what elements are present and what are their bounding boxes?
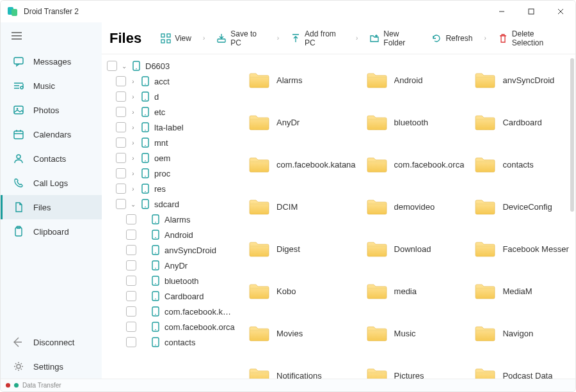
folder-item[interactable]: Notifications xyxy=(244,355,360,379)
checkbox[interactable] xyxy=(126,260,136,270)
checkbox[interactable] xyxy=(116,137,126,148)
sidebar-item-settings[interactable]: Settings xyxy=(1,354,102,379)
view-button[interactable]: View xyxy=(156,29,196,47)
expand-icon[interactable]: › xyxy=(130,124,136,131)
expand-icon[interactable]: › xyxy=(130,109,136,116)
folder-item[interactable]: com.facebook.katana xyxy=(244,144,360,185)
checkbox[interactable] xyxy=(126,322,136,332)
tree-row[interactable]: com.facebook.katana xyxy=(106,304,237,319)
hamburger-button[interactable] xyxy=(1,26,102,49)
checkbox[interactable] xyxy=(126,337,136,347)
expand-icon[interactable]: › xyxy=(130,139,136,146)
folder-item[interactable]: anvSyncDroid xyxy=(470,59,573,100)
tree-row[interactable]: anvSyncDroid xyxy=(106,242,237,258)
new-folder-button[interactable]: New Folder xyxy=(364,26,424,51)
tree-row[interactable]: bluetooth xyxy=(106,273,237,288)
tree-row[interactable]: ›mnt xyxy=(106,135,237,150)
checkbox[interactable] xyxy=(116,184,126,194)
sidebar-item-disconnect[interactable]: Disconnect xyxy=(1,330,102,354)
tree-row[interactable]: ›proc xyxy=(106,166,237,181)
folder-label: Digest xyxy=(276,244,300,254)
tree-row[interactable]: ›etc xyxy=(106,104,237,120)
checkbox[interactable] xyxy=(116,153,126,163)
tree-row[interactable]: ⌄D6603 xyxy=(106,58,237,74)
checkbox[interactable] xyxy=(107,61,117,71)
tree-row[interactable]: ⌄sdcard xyxy=(106,196,237,212)
sidebar-item-contacts[interactable]: Contacts xyxy=(1,146,102,171)
sidebar-item-messages[interactable]: Messages xyxy=(1,49,102,74)
svg-rect-28 xyxy=(218,39,225,42)
tree-row[interactable]: ›d xyxy=(106,89,237,104)
sidebar-item-calendars[interactable]: Calendars xyxy=(1,122,102,146)
expand-icon[interactable]: › xyxy=(130,185,136,192)
refresh-button[interactable]: Refresh xyxy=(426,29,477,47)
sidebar-item-call-logs[interactable]: Call Logs xyxy=(1,171,102,195)
tree-row[interactable]: AnyDr xyxy=(106,258,237,273)
folder-item[interactable]: Android xyxy=(362,59,468,100)
checkbox[interactable] xyxy=(116,122,126,132)
folder-item[interactable]: Kobo xyxy=(244,270,360,311)
window-maximize-button[interactable] xyxy=(516,1,546,22)
expand-icon[interactable]: › xyxy=(130,78,136,85)
folder-item[interactable]: contacts xyxy=(470,144,573,185)
tree-row[interactable]: Android xyxy=(106,227,237,242)
folder-item[interactable]: Movies xyxy=(244,313,360,354)
checkbox[interactable] xyxy=(126,245,136,255)
folder-item[interactable]: demovideo xyxy=(362,186,468,227)
folder-outline-icon xyxy=(140,153,150,163)
folder-item[interactable]: media xyxy=(362,270,468,311)
tree-row[interactable]: Alarms xyxy=(106,212,237,227)
sidebar-item-photos[interactable]: Photos xyxy=(1,98,102,122)
checkbox[interactable] xyxy=(126,276,136,286)
folder-item[interactable]: Alarms xyxy=(244,59,360,100)
sidebar-item-clipboard[interactable]: Clipboard xyxy=(1,219,102,244)
folder-item[interactable]: MediaM xyxy=(470,270,573,311)
expand-icon[interactable]: ⌄ xyxy=(130,201,136,208)
add-from-pc-button[interactable]: Add from PC xyxy=(285,26,349,51)
save-to-pc-button[interactable]: Save to PC xyxy=(211,26,270,51)
sidebar-item-files[interactable]: Files xyxy=(1,195,102,219)
delete-selection-button[interactable]: Delete Selection xyxy=(493,26,568,51)
checkbox[interactable] xyxy=(116,199,126,209)
tree-row[interactable]: ›res xyxy=(106,181,237,196)
tree-row[interactable]: ›lta-label xyxy=(106,120,237,135)
tree-label: D6603 xyxy=(145,61,170,71)
window-minimize-button[interactable] xyxy=(487,1,516,22)
folder-item[interactable]: DeviceConfig xyxy=(470,186,573,227)
sidebar-item-music[interactable]: Music xyxy=(1,74,102,98)
tree-row[interactable]: contacts xyxy=(106,334,237,350)
expand-icon[interactable]: › xyxy=(130,93,136,100)
checkbox[interactable] xyxy=(116,107,126,117)
folder-item[interactable]: DCIM xyxy=(244,186,360,227)
folder-item[interactable]: Facebook Messer xyxy=(470,228,573,269)
folder-item[interactable]: Download xyxy=(362,228,468,269)
folder-label: media xyxy=(394,286,417,296)
checkbox[interactable] xyxy=(116,168,126,178)
folder-item[interactable]: Cardboard xyxy=(470,102,573,143)
checkbox[interactable] xyxy=(126,214,136,224)
scrollbar[interactable] xyxy=(570,58,574,212)
folder-item[interactable]: Podcast Data xyxy=(470,355,573,379)
window-close-button[interactable] xyxy=(546,1,575,22)
tree-row[interactable]: com.facebook.orca xyxy=(106,319,237,334)
expand-icon[interactable]: › xyxy=(130,155,136,162)
folder-label: Download xyxy=(394,244,431,254)
checkbox[interactable] xyxy=(116,76,126,86)
folder-item[interactable]: Digest xyxy=(244,228,360,269)
folder-item[interactable]: Navigon xyxy=(470,313,573,354)
expand-icon[interactable]: › xyxy=(130,170,136,177)
checkbox[interactable] xyxy=(126,230,136,240)
folder-item[interactable]: bluetooth xyxy=(362,102,468,143)
checkbox[interactable] xyxy=(116,91,126,102)
tree-row[interactable]: Cardboard xyxy=(106,288,237,304)
chevron-right-icon: › xyxy=(352,35,362,42)
folder-item[interactable]: com.facebook.orca xyxy=(362,144,468,185)
expand-icon[interactable]: ⌄ xyxy=(121,63,127,70)
folder-item[interactable]: Music xyxy=(362,313,468,354)
tree-row[interactable]: ›oem xyxy=(106,150,237,166)
folder-item[interactable]: Pictures xyxy=(362,355,468,379)
checkbox[interactable] xyxy=(126,306,136,317)
checkbox[interactable] xyxy=(126,291,136,301)
folder-item[interactable]: AnyDr xyxy=(244,102,360,143)
tree-row[interactable]: ›acct xyxy=(106,74,237,89)
